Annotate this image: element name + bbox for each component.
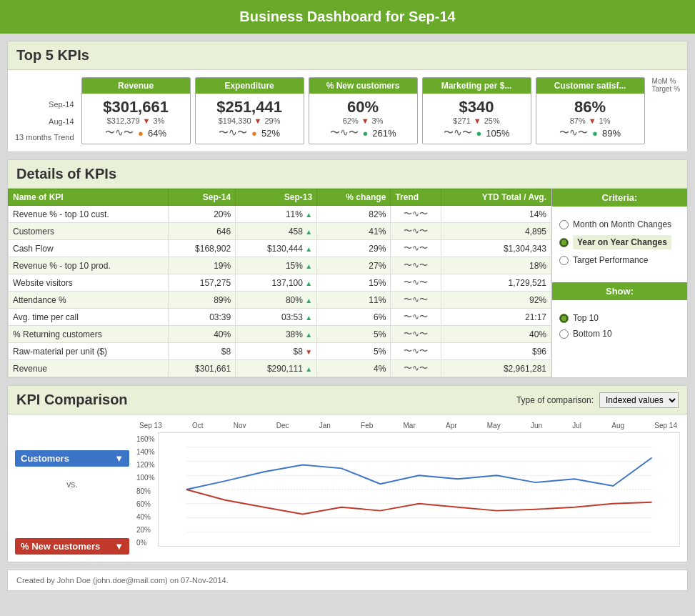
- kpi-row-change: 6%: [317, 309, 391, 326]
- kpi-row-ytd: 14%: [441, 206, 551, 223]
- kpi-satisfaction-prev: 87% ▼ 1%: [542, 116, 639, 125]
- selector-customers-label: Customers: [21, 453, 69, 464]
- comparison-section: KPI Comparison Type of comparison: Index…: [7, 385, 688, 562]
- kpi-card-revenue-body: $301,661 $312,379 ▼ 3% 〜∿〜 ● 64%: [82, 94, 190, 144]
- radio-mom[interactable]: Month on Month Changes: [559, 219, 680, 229]
- radio-mom-input[interactable]: [559, 220, 569, 229]
- header: Business Dashboard for Sep-14: [0, 0, 695, 34]
- table-row: Revenue $301,661 $290,111 ▲ 4% 〜∿〜 $2,96…: [9, 360, 551, 377]
- kpi-revenue-prev: $312,379 ▼ 3%: [88, 116, 184, 125]
- th-trend: Trend: [391, 189, 441, 206]
- kpi-row-change: 11%: [317, 292, 391, 309]
- radio-bottom10[interactable]: Bottom 10: [559, 329, 680, 339]
- kpi-row-sep13: $290,111 ▲: [236, 360, 317, 377]
- comparison-controls: Type of comparison: Indexed values Actua…: [516, 392, 679, 408]
- details-section: Details of KPIs Name of KPI Sep-14 Sep-1…: [7, 159, 688, 378]
- radio-mom-label: Month on Month Changes: [573, 219, 671, 229]
- kpi-row-sep13: $130,444 ▲: [236, 240, 317, 257]
- radio-yoy-input[interactable]: [559, 238, 569, 247]
- kpi-row-trend: 〜∿〜: [391, 343, 441, 360]
- comparison-title: KPI Comparison: [16, 392, 128, 408]
- kpi-row-sep13: 03:53 ▲: [236, 309, 317, 326]
- show-header: Show:: [552, 282, 687, 300]
- radio-bottom10-input[interactable]: [559, 329, 569, 339]
- kpi-card-satisfaction-body: 86% 87% ▼ 1% 〜∿〜 ● 89%: [536, 94, 644, 144]
- comparison-header: KPI Comparison Type of comparison: Index…: [8, 386, 687, 414]
- radio-target-input[interactable]: [559, 256, 569, 265]
- kpi-row-name: Attendance %: [9, 292, 169, 309]
- selector-customers[interactable]: Customers ▼: [15, 450, 129, 467]
- kpi-row-ytd: $2,961,281: [441, 360, 551, 377]
- kpi-row-sep14: 646: [168, 223, 235, 240]
- vs-label: vs.: [15, 480, 129, 490]
- kpi-marketing-value: $340: [429, 98, 525, 116]
- comparison-body: Customers ▼ vs. % New customers ▼ Sep 13…: [8, 414, 687, 562]
- kpi-expenditure-trend: 〜∿〜 ● 52%: [201, 126, 298, 139]
- table-row: Revenue % - top 10 prod. 19% 15% ▲ 27% 〜…: [9, 257, 551, 274]
- th-sep13: Sep-13: [236, 189, 317, 206]
- kpi-row-name: Avg. time per call: [9, 309, 169, 326]
- comparison-type-select[interactable]: Indexed values Actual values: [599, 392, 679, 408]
- kpi-card-expenditure-body: $251,441 $194,330 ▼ 29% 〜∿〜 ● 52%: [196, 94, 304, 144]
- radio-target-label: Target Performance: [573, 255, 648, 265]
- kpi-row-trend: 〜∿〜: [391, 326, 441, 343]
- kpi-row-name: Revenue: [9, 360, 169, 377]
- kpi-card-new-customers-header: % New customers: [309, 78, 417, 94]
- table-row: Raw-material per unit ($) $8 $8 ▼ 5% 〜∿〜…: [9, 343, 551, 360]
- kpi-row-trend: 〜∿〜: [391, 240, 441, 257]
- kpi-row-trend: 〜∿〜: [391, 360, 441, 377]
- chart-x-labels: Sep 13OctNovDecJanFebMarAprMayJunJulAugS…: [136, 422, 680, 429]
- radio-yoy[interactable]: Year on Year Changes: [559, 235, 680, 249]
- kpi-row-ytd: $1,304,343: [441, 240, 551, 257]
- kpi-new-customers-prev: 62% ▼ 3%: [315, 116, 411, 125]
- comparison-chart: [158, 432, 680, 547]
- th-ytd: YTD Total / Avg.: [441, 189, 551, 206]
- details-section-title: Details of KPIs: [8, 160, 687, 189]
- kpi-card-marketing-header: Marketing per $...: [423, 78, 531, 94]
- kpi-row-ytd: 18%: [441, 257, 551, 274]
- selector-new-customers-label: % New customers: [21, 541, 100, 552]
- kpi-marketing-prev: $271 ▼ 25%: [429, 116, 525, 125]
- table-row: % Returning customers 40% 38% ▲ 5% 〜∿〜 4…: [9, 326, 551, 343]
- kpi-row-change: 15%: [317, 274, 391, 292]
- radio-top10[interactable]: Top 10: [559, 313, 680, 323]
- chart-area: Sep 13OctNovDecJanFebMarAprMayJunJulAugS…: [136, 422, 680, 555]
- kpi-card-expenditure-header: Expenditure: [196, 78, 304, 94]
- kpi-row-sep13: $8 ▼: [236, 343, 317, 360]
- chevron-down-icon-2: ▼: [114, 541, 124, 552]
- radio-target[interactable]: Target Performance: [559, 255, 680, 265]
- th-name: Name of KPI: [9, 189, 169, 206]
- kpi-row-trend: 〜∿〜: [391, 206, 441, 223]
- kpi-new-customers-value: 60%: [315, 98, 411, 116]
- kpi-row-sep13: 11% ▲: [236, 206, 317, 223]
- radio-top10-label: Top 10: [573, 313, 599, 323]
- kpi-row-change: 82%: [317, 206, 391, 223]
- kpi-row-change: 41%: [317, 223, 391, 240]
- mom-labels: MoM % Target %: [649, 77, 680, 96]
- radio-bottom10-label: Bottom 10: [573, 329, 612, 339]
- kpi-row-sep13: 80% ▲: [236, 292, 317, 309]
- table-row: Avg. time per call 03:39 03:53 ▲ 6% 〜∿〜 …: [9, 309, 551, 326]
- radio-top10-input[interactable]: [559, 314, 569, 323]
- kpi-satisfaction-trend: 〜∿〜 ● 89%: [542, 126, 639, 139]
- kpi-row-change: 27%: [317, 257, 391, 274]
- kpi-row-sep14: 19%: [168, 257, 235, 274]
- header-title: Business Dashboard for Sep-14: [239, 9, 455, 24]
- aug14-label: Aug-14: [15, 114, 74, 129]
- kpi-row-name: Customers: [9, 223, 169, 240]
- selector-new-customers[interactable]: % New customers ▼: [15, 538, 129, 555]
- kpi-revenue-trend: 〜∿〜 ● 64%: [88, 126, 184, 139]
- kpi-section-title: Top 5 KPIs: [8, 41, 687, 70]
- kpi-row-trend: 〜∿〜: [391, 309, 441, 326]
- kpi-row-sep13: 38% ▲: [236, 326, 317, 343]
- kpi-table-wrap: Name of KPI Sep-14 Sep-13 % change Trend…: [8, 189, 551, 377]
- chevron-down-icon: ▼: [114, 453, 124, 464]
- kpi-row-sep13: 15% ▲: [236, 257, 317, 274]
- kpi-row-name: Revenue % - top 10 prod.: [9, 257, 169, 274]
- kpi-row-name: Website visitors: [9, 274, 169, 292]
- kpi-row-name: Cash Flow: [9, 240, 169, 257]
- footer-text: Created by John Doe (john.doe@mail.com) …: [16, 576, 229, 585]
- kpi-row-change: 4%: [317, 360, 391, 377]
- kpi-satisfaction-value: 86%: [542, 98, 639, 116]
- kpi-row-name: % Returning customers: [9, 326, 169, 343]
